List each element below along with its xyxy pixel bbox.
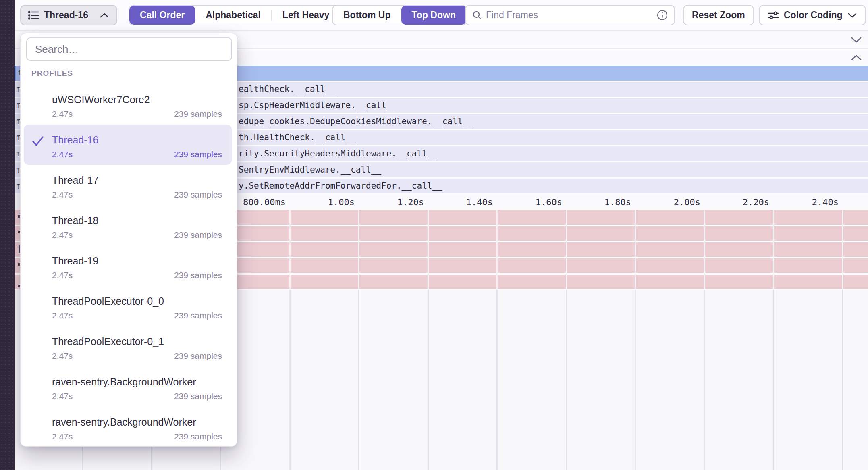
sort-option-left-heavy[interactable]: Left Heavy bbox=[272, 6, 340, 25]
frame-label: rity.SecurityHeadersMiddleware.__call__ bbox=[239, 149, 437, 158]
thread-selector-button[interactable]: Thread-16 bbox=[20, 5, 117, 25]
profile-option-thread-16[interactable]: Thread-16 2.47s 239 samples bbox=[24, 125, 232, 165]
frame-label: y.SetRemoteAddrFromForwardedFor.__call__ bbox=[239, 181, 442, 191]
chevron-down-icon[interactable] bbox=[850, 36, 862, 44]
profile-name: Thread-17 bbox=[52, 175, 98, 186]
profile-duration: 2.47s bbox=[52, 109, 73, 119]
color-coding-button[interactable]: Color Coding bbox=[759, 5, 866, 25]
search-icon bbox=[472, 10, 482, 20]
profile-duration: 2.47s bbox=[52, 391, 73, 401]
profile-name: raven-sentry.BackgroundWorker bbox=[52, 376, 196, 388]
gridline bbox=[289, 290, 291, 470]
profile-name: Thread-19 bbox=[52, 255, 98, 267]
profile-duration: 2.47s bbox=[52, 432, 73, 441]
gridline bbox=[773, 290, 774, 470]
gridline bbox=[496, 290, 498, 470]
gridline bbox=[635, 210, 636, 290]
sort-option-call-order[interactable]: Call Order bbox=[129, 6, 195, 25]
profile-duration: 2.47s bbox=[52, 311, 73, 320]
gridline bbox=[566, 290, 567, 470]
axis-tick-label: 1.20s bbox=[363, 197, 424, 207]
axis-tick-label: 1.80s bbox=[571, 197, 631, 207]
thread-dropdown-panel: PROFILES uWSGIWorker7Core2 2.47s 239 sam… bbox=[20, 33, 237, 447]
gridline bbox=[428, 210, 429, 290]
profile-option-threadpoolexecutor-0-1[interactable]: ThreadPoolExecutor-0_1 2.47s 239 samples bbox=[24, 326, 232, 366]
profile-option-uwsgiworker7core2[interactable]: uWSGIWorker7Core2 2.47s 239 samples bbox=[24, 84, 232, 125]
chevron-up-icon bbox=[100, 12, 109, 18]
gridline bbox=[566, 210, 567, 290]
color-coding-label: Color Coding bbox=[784, 10, 843, 21]
profile-duration: 2.47s bbox=[52, 190, 73, 200]
thread-list-icon bbox=[28, 10, 39, 20]
profile-samples: 239 samples bbox=[174, 391, 222, 401]
profile-option-raven-sentry-backgroundworker-1[interactable]: raven-sentry.BackgroundWorker 2.47s 239 … bbox=[24, 366, 232, 407]
profile-duration: 2.47s bbox=[52, 150, 73, 159]
gridline bbox=[289, 210, 291, 290]
profile-option-threadpoolexecutor-0-0[interactable]: ThreadPoolExecutor-0_0 2.47s 239 samples bbox=[24, 286, 232, 326]
gridline bbox=[704, 290, 705, 470]
reset-zoom-button[interactable]: Reset Zoom bbox=[683, 5, 754, 25]
direction-option-bottom-up[interactable]: Bottom Up bbox=[333, 6, 401, 25]
gridline bbox=[704, 210, 705, 290]
axis-tick-label: 2.40s bbox=[778, 197, 839, 207]
reset-zoom-label: Reset Zoom bbox=[692, 10, 745, 21]
axis-tick-label: 1.60s bbox=[502, 197, 562, 207]
axis-tick-label: 2.00s bbox=[640, 197, 700, 207]
gridline bbox=[358, 290, 359, 470]
dropdown-search-input[interactable] bbox=[35, 43, 223, 56]
gridline bbox=[635, 290, 636, 470]
axis-tick-label: 1.00s bbox=[294, 197, 355, 207]
gridline bbox=[842, 210, 843, 290]
profile-duration: 2.47s bbox=[52, 230, 73, 240]
profile-samples: 239 samples bbox=[174, 432, 222, 441]
profiles-section-label: PROFILES bbox=[31, 69, 73, 78]
profile-samples: 239 samples bbox=[174, 311, 222, 320]
profile-samples: 239 samples bbox=[174, 150, 222, 159]
profile-samples: 239 samples bbox=[174, 270, 222, 280]
checkmark-icon bbox=[31, 135, 45, 147]
profile-name: uWSGIWorker7Core2 bbox=[52, 94, 150, 106]
profile-name: raven-sentry.BackgroundWorker bbox=[52, 416, 196, 428]
gridline bbox=[496, 210, 498, 290]
frame-label: edupe_cookies.DedupeCookiesMiddleware.__… bbox=[239, 116, 473, 126]
sliders-icon bbox=[768, 10, 779, 20]
profile-option-thread-17[interactable]: Thread-17 2.47s 239 samples bbox=[24, 165, 232, 205]
frame-label: ealthCheck.__call__ bbox=[239, 84, 335, 94]
profile-option-thread-18[interactable]: Thread-18 2.47s 239 samples bbox=[24, 205, 232, 245]
left-nav-strip bbox=[0, 0, 15, 470]
chevron-up-icon[interactable] bbox=[850, 54, 862, 61]
profile-name: ThreadPoolExecutor-0_1 bbox=[52, 336, 164, 347]
frame-label: th.HealthCheck.__call__ bbox=[239, 133, 356, 142]
frame-label: sp.CspHeaderMiddleware.__call__ bbox=[239, 100, 397, 110]
profile-samples: 239 samples bbox=[174, 230, 222, 240]
direction-segmented-control: Bottom Up Top Down bbox=[332, 5, 467, 25]
frame-label: SentryEnvMiddleware.__call__ bbox=[239, 165, 381, 175]
profiles-list: uWSGIWorker7Core2 2.47s 239 samples Thre… bbox=[21, 84, 238, 447]
gridline bbox=[428, 290, 429, 470]
profile-duration: 2.47s bbox=[52, 270, 73, 280]
info-icon[interactable] bbox=[657, 10, 668, 21]
profile-samples: 239 samples bbox=[174, 109, 222, 119]
thread-selector-label: Thread-16 bbox=[44, 10, 88, 21]
profile-option-thread-19[interactable]: Thread-19 2.47s 239 samples bbox=[24, 245, 232, 286]
profile-option-raven-sentry-backgroundworker-2[interactable]: raven-sentry.BackgroundWorker 2.47s 239 … bbox=[24, 407, 232, 447]
gridline bbox=[842, 290, 843, 470]
profile-samples: 239 samples bbox=[174, 190, 222, 200]
axis-tick-label: 1.40s bbox=[432, 197, 493, 207]
chevron-down-icon bbox=[847, 12, 857, 18]
sort-option-alphabetical[interactable]: Alphabetical bbox=[195, 6, 271, 25]
sort-order-segmented-control: Call Order Alphabetical Left Heavy bbox=[129, 5, 341, 25]
profile-name: ThreadPoolExecutor-0_0 bbox=[52, 295, 164, 307]
profile-name: Thread-16 bbox=[52, 134, 98, 146]
profile-samples: 239 samples bbox=[174, 351, 222, 361]
dropdown-search-field[interactable] bbox=[26, 37, 232, 61]
profile-duration: 2.47s bbox=[52, 351, 73, 361]
gridline bbox=[358, 210, 359, 290]
profiler-app: Thread-16 Call Order Alphabetical Left H… bbox=[0, 0, 868, 470]
axis-tick-label: 2.20s bbox=[709, 197, 769, 207]
find-frames-input[interactable] bbox=[486, 10, 653, 21]
flamegraph-toolbar: Thread-16 Call Order Alphabetical Left H… bbox=[15, 0, 868, 31]
find-frames-searchbox[interactable] bbox=[465, 5, 675, 25]
profile-name: Thread-18 bbox=[52, 215, 98, 227]
direction-option-top-down[interactable]: Top Down bbox=[401, 6, 466, 25]
